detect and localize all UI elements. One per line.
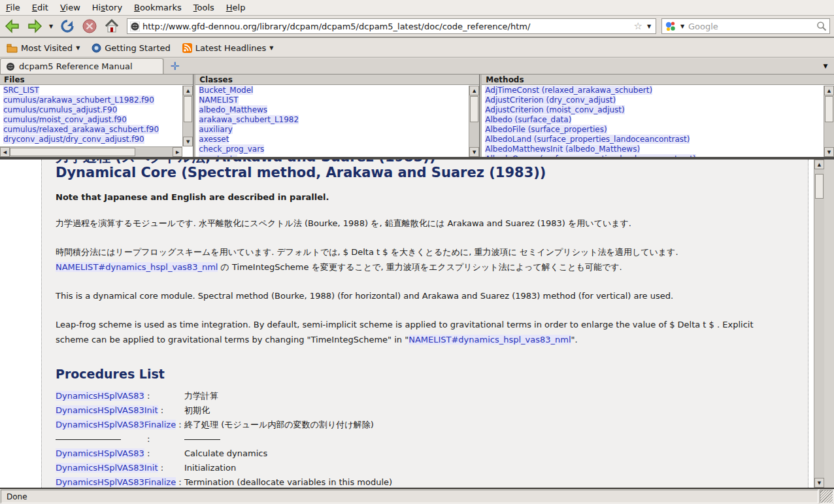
search-bar[interactable]: ▼ <box>661 18 830 34</box>
procedure-description: 初期化 <box>184 405 210 415</box>
methods-vertical-scrollbar[interactable]: ▲ ▼ <box>824 86 834 157</box>
bookmark-most-visited[interactable]: Most Visited ▼ <box>3 42 84 54</box>
class-link[interactable]: auxiliary <box>199 125 232 134</box>
class-link[interactable]: check_prog_vars <box>199 144 264 154</box>
scrollbar-thumb[interactable] <box>184 96 192 122</box>
method-link-row: AlbedoMatthewsInit (albedo_Matthews) <box>482 144 824 154</box>
method-link[interactable]: Albedo (surface_data) <box>485 115 571 124</box>
files-frame: Files SRC_LISTcumulus/arakawa_schubert_L… <box>0 75 193 157</box>
file-link-row: cumulus/arakawa_schubert_L1982.f90 <box>0 95 182 105</box>
menu-history[interactable]: History <box>86 1 128 14</box>
method-link-row: Albedo (surface_data) <box>482 115 824 125</box>
paragraph-text: Leap-frog scheme is used as time integra… <box>56 320 754 344</box>
file-link[interactable]: cumulus/arakawa_schubert_L1982.f90 <box>3 95 154 105</box>
scroll-down-icon[interactable]: ▼ <box>824 147 834 157</box>
bookmark-star-icon[interactable]: ☆ <box>634 20 642 32</box>
class-link-row: check_prog_vars <box>195 144 469 154</box>
procedure-link-cell: DynamicsHSplVAS83Finalize <box>56 475 184 488</box>
search-magnifier-icon[interactable] <box>816 21 827 31</box>
scroll-right-icon[interactable]: ▶ <box>173 147 182 157</box>
class-link[interactable]: Bucket_Model <box>199 86 253 95</box>
class-link-row: NAMELIST <box>195 95 469 105</box>
files-vertical-scrollbar[interactable]: ▲ ▼ <box>182 86 193 146</box>
navigation-toolbar: ▼ ☆ ▼ ▼ <box>0 16 834 38</box>
class-link[interactable]: NAMELIST <box>199 95 238 105</box>
reload-button[interactable] <box>58 17 77 35</box>
menu-edit[interactable]: Edit <box>26 1 54 14</box>
method-link[interactable]: AdjustCriterion (moist_conv_adjust) <box>485 105 624 114</box>
back-button[interactable] <box>3 17 22 35</box>
scroll-up-icon[interactable]: ▲ <box>824 86 834 95</box>
scroll-down-icon[interactable]: ▼ <box>814 478 824 488</box>
menu-bookmarks[interactable]: Bookmarks <box>128 1 188 14</box>
stop-icon <box>82 18 97 34</box>
scroll-left-icon[interactable]: ◀ <box>0 147 10 157</box>
url-input[interactable] <box>142 22 631 31</box>
procedure-link[interactable]: DynamicsHSplVAS83 <box>56 448 144 458</box>
scrollbar-thumb[interactable] <box>825 96 833 122</box>
menu-help[interactable]: Help <box>220 1 252 14</box>
paragraph-text: 時間積分法にはリープフロッグスキームを用いています. デフォルトでは, $ De… <box>56 247 678 257</box>
file-link[interactable]: dryconv_adjust/dry_conv_adjust.f90 <box>3 135 144 144</box>
search-input[interactable] <box>688 22 814 31</box>
bookmark-getting-started[interactable]: Getting Started <box>88 42 175 54</box>
class-link[interactable]: axesset <box>199 135 229 144</box>
procedure-row: DynamicsHSplVAS83力学計算 <box>56 389 808 403</box>
scroll-down-icon[interactable]: ▼ <box>469 147 479 157</box>
menu-view[interactable]: View <box>54 1 86 14</box>
back-history-dropdown[interactable]: ▼ <box>47 24 55 29</box>
scrollbar-thumb[interactable] <box>470 96 478 122</box>
file-link[interactable]: cumulus/moist_conv_adjust.f90 <box>3 115 127 124</box>
scroll-down-icon[interactable]: ▼ <box>183 137 193 146</box>
scrollbar-thumb[interactable] <box>815 174 824 199</box>
methods-frame: Methods AdjTimeConst (relaxed_arakawa_sc… <box>482 75 834 157</box>
bookmarks-toolbar: Most Visited ▼ Getting Started Latest He… <box>0 39 834 58</box>
namelist-link[interactable]: NAMELIST#dynamics_hspl_vas83_nml <box>409 335 571 344</box>
procedure-link[interactable]: DynamicsHSplVAS83Finalize <box>56 477 176 487</box>
method-link[interactable]: AlbedoMatthewsInit (albedo_Matthews) <box>485 144 640 154</box>
scroll-up-icon[interactable]: ▲ <box>183 86 193 95</box>
home-button[interactable] <box>102 17 122 35</box>
procedure-link-cell: DynamicsHSplVAS83Init <box>56 403 184 418</box>
method-link[interactable]: AlbedoLand (surface_properties_landocean… <box>485 135 690 144</box>
scroll-up-icon[interactable]: ▲ <box>814 160 824 169</box>
forward-button[interactable] <box>25 17 44 35</box>
class-link[interactable]: arakawa_schubert_L1982 <box>199 115 299 124</box>
tab-dcpam5-reference-manual[interactable]: dcpam5 Reference Manual <box>0 58 163 74</box>
menu-tools[interactable]: Tools <box>188 1 220 14</box>
file-link[interactable]: cumulus/relaxed_arakawa_schubert.f90 <box>3 125 159 134</box>
method-link[interactable]: AlbedoFile (surface_properties) <box>485 125 607 134</box>
file-link[interactable]: SRC_LIST <box>3 86 39 95</box>
method-link[interactable]: AdjustCriterion (dry_conv_adjust) <box>485 95 616 105</box>
namelist-link[interactable]: NAMELIST#dynamics_hspl_vas83_nml <box>56 262 218 272</box>
file-link[interactable]: cumulus/cumulus_adjust.F90 <box>3 105 117 114</box>
classes-frame-title: Classes <box>195 75 479 85</box>
method-link-row: AdjTimeConst (relaxed_arakawa_schubert) <box>482 86 824 95</box>
procedure-link[interactable]: DynamicsHSplVAS83Init <box>56 405 158 415</box>
classes-frame: Classes Bucket_ModelNAMELISTalbedo_Matth… <box>195 75 480 157</box>
class-link[interactable]: albedo_Matthews <box>199 105 267 114</box>
url-bar[interactable]: ☆ ▼ <box>127 18 656 34</box>
classes-vertical-scrollbar[interactable]: ▲ ▼ <box>469 86 479 157</box>
stop-button[interactable] <box>80 17 99 35</box>
resize-grip[interactable] <box>820 490 833 503</box>
menu-file[interactable]: File <box>0 1 26 14</box>
procedure-link[interactable]: DynamicsHSplVAS83Init <box>56 463 158 473</box>
procedure-link[interactable]: DynamicsHSplVAS83 <box>56 391 144 401</box>
procedure-description: Calculate dynamics <box>184 448 267 458</box>
scrollbar-thumb[interactable] <box>10 148 135 156</box>
procedure-row: DynamicsHSplVAS83InitInitialization <box>56 461 808 475</box>
scroll-up-icon[interactable]: ▲ <box>469 86 479 95</box>
back-icon <box>5 18 20 34</box>
files-horizontal-scrollbar[interactable]: ◀ ▶ <box>0 146 182 157</box>
main-vertical-scrollbar[interactable]: ▲ ▼ <box>814 160 824 488</box>
bookmark-latest-headlines[interactable]: Latest Headlines ▼ <box>178 42 278 54</box>
method-link[interactable]: AdjTimeConst (relaxed_arakawa_schubert) <box>485 86 652 95</box>
url-dropdown[interactable]: ▼ <box>645 24 653 29</box>
classes-list: Bucket_ModelNAMELISTalbedo_Matthewsaraka… <box>195 86 469 157</box>
search-engine-dropdown[interactable]: ▼ <box>678 24 686 29</box>
procedure-description: Termination (deallocate variables in thi… <box>184 477 392 487</box>
list-all-tabs-button[interactable]: ▼ <box>817 58 834 74</box>
procedure-link[interactable]: DynamicsHSplVAS83Finalize <box>56 420 176 429</box>
new-tab-button[interactable]: ✛ <box>163 58 186 74</box>
